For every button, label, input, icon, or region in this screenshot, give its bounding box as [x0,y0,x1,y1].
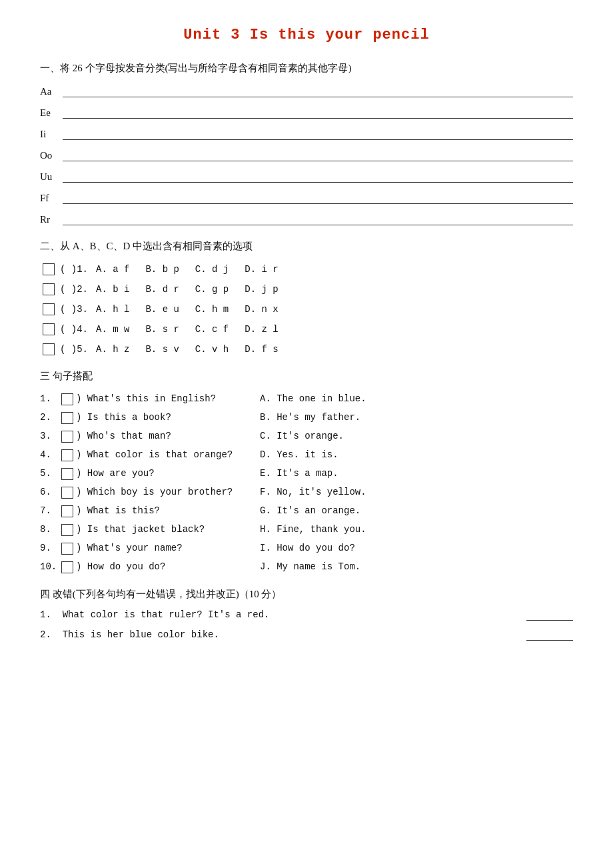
match-bracket-5[interactable] [61,468,73,480]
match-answer-8: H. Fine, thank you. [260,524,366,535]
match-question-2: ) Is this a book? [76,412,249,423]
match-num-9: 9. [40,543,59,553]
match-num-1: 1. [40,393,59,404]
mc-bracket-1[interactable] [43,263,55,275]
correction-text-2: 2. This is her blue color bike. [40,629,520,640]
fill-underline-ff[interactable] [63,192,573,204]
match-bracket-10[interactable] [61,561,73,573]
match-row-4: 4. ) What color is that orange? D. Yes. … [40,449,573,461]
match-answer-9: I. How do you do? [260,543,355,553]
section4: 四 改错(下列各句均有一处错误，找出并改正)（10 分） 1. What col… [40,588,573,641]
fill-underline-oo[interactable] [63,149,573,161]
fill-line-oo: Oo [40,149,573,161]
mc-options-1: A. a f B. b p C. d j D. i r [96,264,279,275]
match-rows-container: 1. ) What's this in English? A. The one … [40,393,573,573]
match-row-6: 6. ) Which boy is your brother? F. No, i… [40,487,573,499]
section1: 一、将 26 个字母按发音分类(写出与所给字母含有相同音素的其他字母) Aa E… [40,62,573,225]
correction-text-1: 1. What color is that ruler? It's a red. [40,609,520,620]
section2-header: 二、从 A、B、C、D 中选出含有相同音素的选项 [40,240,573,253]
match-row-7: 7. ) What is this? G. It's an orange. [40,505,573,517]
match-answer-7: G. It's an orange. [260,505,360,516]
match-answer-5: E. It's a map. [260,468,338,479]
fill-underline-ee[interactable] [63,107,573,119]
match-answer-10: J. My name is Tom. [260,561,360,572]
mc-options-5: A. h z B. s v C. v h D. f s [96,344,279,355]
match-row-8: 8. ) Is that jacket black? H. Fine, than… [40,524,573,536]
mc-options-2: A. b i B. d r C. g p D. j p [96,284,279,295]
correction-row-1: 1. What color is that ruler? It's a red. [40,609,573,621]
mc-row-3: ( )3. A. h l B. e u C. h m D. n x [40,303,573,315]
match-num-7: 7. [40,505,59,516]
match-num-2: 2. [40,412,59,423]
match-num-3: 3. [40,431,59,441]
match-answer-6: F. No, it's yellow. [260,487,366,497]
match-question-5: ) How are you? [76,468,249,479]
fill-line-aa: Aa [40,85,573,97]
match-answer-2: B. He's my father. [260,412,360,423]
match-row-5: 5. ) How are you? E. It's a map. [40,468,573,480]
fill-line-ff: Ff [40,192,573,204]
correction-blank-2[interactable] [526,629,573,641]
correction-blank-1[interactable] [526,609,573,621]
match-bracket-2[interactable] [61,412,73,424]
match-question-4: ) What color is that orange? [76,449,249,460]
match-question-8: ) Is that jacket black? [76,524,249,535]
match-num-4: 4. [40,449,59,460]
mc-num-1: ( )1. [60,264,88,275]
match-answer-3: C. It's orange. [260,431,344,441]
mc-row-4: ( )4. A. m w B. s r C. c f D. z l [40,323,573,335]
match-bracket-7[interactable] [61,505,73,517]
fill-line-ee: Ee [40,107,573,119]
section1-header: 一、将 26 个字母按发音分类(写出与所给字母含有相同音素的其他字母) [40,62,573,75]
fill-underline-uu[interactable] [63,171,573,183]
match-question-7: ) What is this? [76,505,249,516]
mc-num-3: ( )3. [60,304,88,315]
fill-label-rr: Rr [40,214,59,225]
mc-options-4: A. m w B. s r C. c f D. z l [96,324,279,335]
match-bracket-9[interactable] [61,543,73,555]
match-row-2: 2. ) Is this a book? B. He's my father. [40,412,573,424]
match-row-10: 10. ) How do you do? J. My name is Tom. [40,561,573,573]
match-bracket-1[interactable] [61,393,73,405]
fill-label-aa: Aa [40,86,59,97]
match-question-1: ) What's this in English? [76,393,249,404]
match-num-10: 10. [40,561,59,572]
section4-header: 四 改错(下列各句均有一处错误，找出并改正)（10 分） [40,588,573,601]
mc-bracket-5[interactable] [43,343,55,355]
fill-line-rr: Rr [40,213,573,225]
page-title: Unit 3 Is this your pencil [40,27,573,43]
match-question-6: ) Which boy is your brother? [76,487,249,497]
match-answer-4: D. Yes. it is. [260,449,338,460]
section3-header: 三 句子搭配 [40,370,573,383]
fill-underline-ii[interactable] [63,128,573,140]
match-bracket-6[interactable] [61,487,73,499]
match-bracket-3[interactable] [61,431,73,443]
fill-underline-aa[interactable] [63,85,573,97]
match-bracket-4[interactable] [61,449,73,461]
match-row-1: 1. ) What's this in English? A. The one … [40,393,573,405]
mc-row-5: ( )5. A. h z B. s v C. v h D. f s [40,343,573,355]
fill-line-uu: Uu [40,171,573,183]
fill-label-ee: Ee [40,107,59,119]
fill-underline-rr[interactable] [63,213,573,225]
fill-label-ii: Ii [40,129,59,140]
correction-row-2: 2. This is her blue color bike. [40,629,573,641]
fill-label-ff: Ff [40,193,59,204]
match-question-10: ) How do you do? [76,561,249,572]
section2: 二、从 A、B、C、D 中选出含有相同音素的选项 ( )1. A. a f B.… [40,240,573,355]
match-num-8: 8. [40,524,59,535]
match-question-3: ) Who's that man? [76,431,249,441]
match-row-9: 9. ) What's your name? I. How do you do? [40,543,573,555]
mc-row-1: ( )1. A. a f B. b p C. d j D. i r [40,263,573,275]
mc-bracket-4[interactable] [43,323,55,335]
match-answer-1: A. The one in blue. [260,393,366,404]
section3: 三 句子搭配 1. ) What's this in English? A. T… [40,370,573,573]
fill-label-oo: Oo [40,150,59,161]
mc-num-5: ( )5. [60,344,88,355]
match-bracket-8[interactable] [61,524,73,536]
mc-bracket-3[interactable] [43,303,55,315]
mc-bracket-2[interactable] [43,283,55,295]
match-row-3: 3. ) Who's that man? C. It's orange. [40,431,573,443]
mc-options-3: A. h l B. e u C. h m D. n x [96,304,279,315]
match-question-9: ) What's your name? [76,543,249,553]
